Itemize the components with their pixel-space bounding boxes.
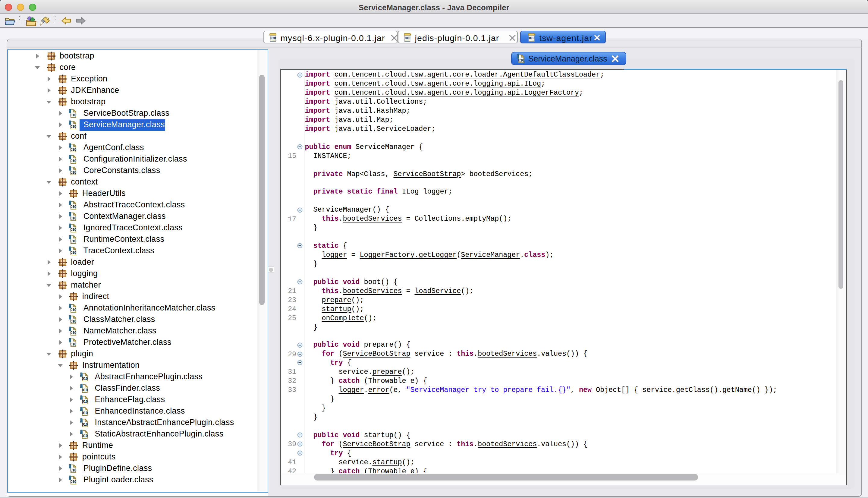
- svg-text:010: 010: [70, 331, 77, 335]
- svg-text:010: 010: [82, 434, 88, 438]
- svg-text:010: 010: [82, 377, 88, 381]
- svg-text:010: 010: [70, 113, 77, 118]
- svg-text:010: 010: [70, 469, 77, 473]
- svg-text:010: 010: [82, 400, 88, 404]
- svg-text:010: 010: [70, 125, 77, 129]
- svg-text:010: 010: [270, 36, 276, 39]
- svg-text:010: 010: [70, 228, 77, 232]
- svg-text:010: 010: [82, 423, 88, 427]
- svg-text:010: 010: [70, 159, 77, 163]
- svg-text:010: 010: [70, 319, 77, 324]
- svg-text:010: 010: [70, 239, 77, 244]
- svg-text:010: 010: [70, 342, 77, 347]
- svg-text:010: 010: [82, 411, 88, 416]
- svg-text:010: 010: [70, 217, 77, 221]
- svg-text:010: 010: [70, 205, 77, 209]
- svg-text:010: 010: [70, 308, 77, 312]
- svg-text:010: 010: [405, 36, 410, 39]
- svg-text:010: 010: [518, 58, 524, 63]
- svg-text:010: 010: [70, 171, 77, 175]
- svg-text:010: 010: [82, 388, 88, 393]
- svg-text:010: 010: [70, 251, 77, 255]
- svg-text:010: 010: [70, 480, 77, 484]
- svg-text:010: 010: [529, 36, 534, 39]
- svg-text:010: 010: [70, 148, 77, 152]
